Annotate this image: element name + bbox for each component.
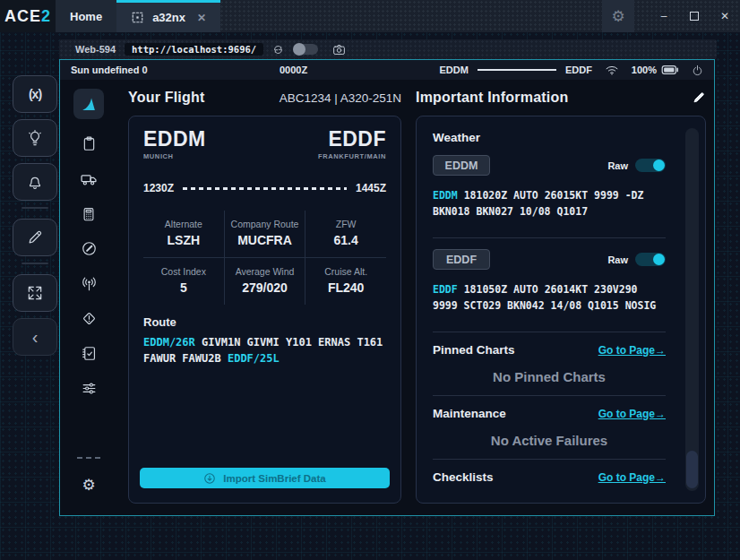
browser-bar: Web-594 http://localhost:9696/ xyxy=(59,39,717,59)
maximize-icon xyxy=(690,12,699,21)
fullscreen-button[interactable] xyxy=(13,274,57,312)
toolbar-divider xyxy=(22,263,48,264)
utc-time-label: 0000Z xyxy=(280,65,307,75)
bell-icon xyxy=(26,173,44,191)
maintenance-label: Maintenance xyxy=(433,407,506,420)
alert-diamond-icon xyxy=(81,310,98,327)
raw-metar-toggle[interactable] xyxy=(635,253,666,266)
stat-company-route: Company Route MUCFRA xyxy=(224,211,305,257)
annotate-button[interactable] xyxy=(13,219,57,256)
sidebar-item-checklists[interactable] xyxy=(60,336,117,371)
efb-body: ⚙ Your Flight ABC1234 | A320-251N EDDM M… xyxy=(60,80,714,515)
tab-home-label: Home xyxy=(70,10,102,23)
clipboard-icon xyxy=(81,135,98,152)
route-string: EDDM/26R GIVM1N GIVMI Y101 ERNAS T161 FA… xyxy=(143,334,388,366)
toggle-knob xyxy=(653,254,665,265)
sidebar-item-dispatch[interactable] xyxy=(60,126,117,161)
checklist-icon xyxy=(81,345,98,362)
toolbar-divider xyxy=(22,207,48,209)
flight-progress-line xyxy=(183,187,347,190)
webview-id-label: Web-594 xyxy=(75,44,116,55)
route-arrival-runway: EDDF/25L xyxy=(228,352,280,365)
aircraft-tab-icon xyxy=(131,11,144,24)
maintenance-link[interactable]: Go to Page→ xyxy=(598,408,666,420)
lighting-button[interactable] xyxy=(13,119,57,157)
route-line xyxy=(478,69,556,71)
sidebar-item-settings[interactable]: ⚙ xyxy=(60,468,117,503)
maintenance-empty: No Active Failures xyxy=(433,433,666,448)
gear-icon: ⚙ xyxy=(82,478,95,493)
raw-label: Raw xyxy=(607,254,628,265)
antenna-icon xyxy=(81,275,98,292)
sidebar-item-ground[interactable] xyxy=(60,161,117,196)
metar-station-input[interactable]: EDDM xyxy=(433,155,490,176)
important-info-title: Important Information xyxy=(416,90,568,106)
tailfin-logo-icon xyxy=(79,94,99,114)
wifi-icon xyxy=(605,65,619,75)
important-info-card: Weather EDDM Raw EDDM 181020Z AUTO 26015… xyxy=(416,116,706,504)
minimize-icon: – xyxy=(661,10,667,22)
tab-a32nx[interactable]: a32nx ✕ xyxy=(116,0,220,32)
metar-report: 181050Z AUTO 26014KT 230V290 9999 SCT029… xyxy=(433,283,656,312)
url-field[interactable]: http://localhost:9696/ xyxy=(125,43,263,56)
card-scrollbar[interactable] xyxy=(685,128,699,491)
expand-icon xyxy=(26,284,44,302)
section-divider xyxy=(433,395,666,396)
route-departure-runway: EDDM/26R xyxy=(143,336,195,349)
close-button[interactable]: ✕ xyxy=(710,0,740,32)
devtools-toggle[interactable] xyxy=(293,44,318,55)
edit-pencil-icon[interactable] xyxy=(692,90,706,105)
tab-close-icon[interactable]: ✕ xyxy=(197,12,206,24)
sidebar-item-failures[interactable] xyxy=(60,301,117,336)
raw-metar-toggle[interactable] xyxy=(635,159,666,172)
pencil-icon xyxy=(26,228,44,246)
collapse-toolbar-button[interactable]: ‹ xyxy=(13,318,57,356)
tab-home[interactable]: Home xyxy=(56,0,116,32)
stat-average-wind: Average Wind 279/020 xyxy=(224,258,305,305)
pinned-charts-label: Pinned Charts xyxy=(433,343,515,357)
sidebar-divider xyxy=(77,457,100,459)
pinned-charts-header: Pinned Charts Go to Page→ xyxy=(433,343,666,357)
settings-button[interactable]: ⚙ xyxy=(602,0,634,32)
arrival-city: FRANKFURT/MAIN xyxy=(318,152,386,160)
metar-station-input[interactable]: EDDF xyxy=(433,249,490,270)
camera-icon[interactable] xyxy=(332,44,346,56)
statusbar-route: EDDM EDDF xyxy=(440,65,592,75)
sidebar-item-navigation[interactable] xyxy=(60,231,117,266)
stat-zfw: ZFW 61.4 xyxy=(305,211,386,257)
departure-icao: EDDM xyxy=(143,129,206,150)
departure-airport: EDDM MUNICH xyxy=(143,129,206,160)
metar-station-code: EDDF xyxy=(433,283,458,296)
toggle-knob xyxy=(293,43,305,56)
maximize-button[interactable] xyxy=(679,0,710,32)
sidebar-item-performance[interactable] xyxy=(60,196,117,231)
variables-button[interactable]: (x) xyxy=(13,75,57,113)
stat-alternate: Alternate LSZH xyxy=(143,211,224,257)
sidebar-item-dashboard[interactable] xyxy=(73,89,104,119)
checklists-link[interactable]: Go to Page→ xyxy=(598,471,666,484)
import-simbrief-button[interactable]: Import SimBrief Data xyxy=(140,468,390,488)
minimize-button[interactable]: – xyxy=(649,0,679,32)
flight-stats: Alternate LSZH Company Route MUCFRA ZFW … xyxy=(143,211,386,305)
sidebar-item-atc[interactable] xyxy=(60,266,117,301)
sidebar-item-presets[interactable] xyxy=(60,371,117,406)
power-icon[interactable] xyxy=(692,65,703,76)
stat-cost-index: Cost Index 5 xyxy=(143,258,224,305)
import-simbrief-label: Import SimBrief Data xyxy=(223,473,325,484)
calculator-icon xyxy=(81,206,97,222)
pinned-charts-link[interactable]: Go to Page→ xyxy=(598,344,666,357)
efb-statusbar: Sun undefined 0 0000Z EDDM EDDF 100% xyxy=(60,60,714,80)
scrollbar-thumb[interactable] xyxy=(686,451,698,488)
checklists-header: Checklists Go to Page→ xyxy=(433,470,666,484)
your-flight-panel: Your Flight ABC1234 | A320-251N EDDM MUN… xyxy=(128,87,401,504)
notifications-button[interactable] xyxy=(13,163,57,201)
raw-toggle-group: Raw xyxy=(607,253,666,266)
metar-station-code: EDDM xyxy=(433,189,458,202)
titlebar-controls: ⚙ – ✕ xyxy=(602,0,740,32)
section-divider xyxy=(433,459,666,460)
side-toolbar: (x) ‹ xyxy=(13,75,57,362)
refresh-icon[interactable] xyxy=(272,44,284,56)
sim-date-label: Sun undefined 0 xyxy=(71,65,148,75)
pinned-charts-empty: No Pinned Charts xyxy=(433,369,666,384)
departure-city: MUNICH xyxy=(143,152,206,160)
